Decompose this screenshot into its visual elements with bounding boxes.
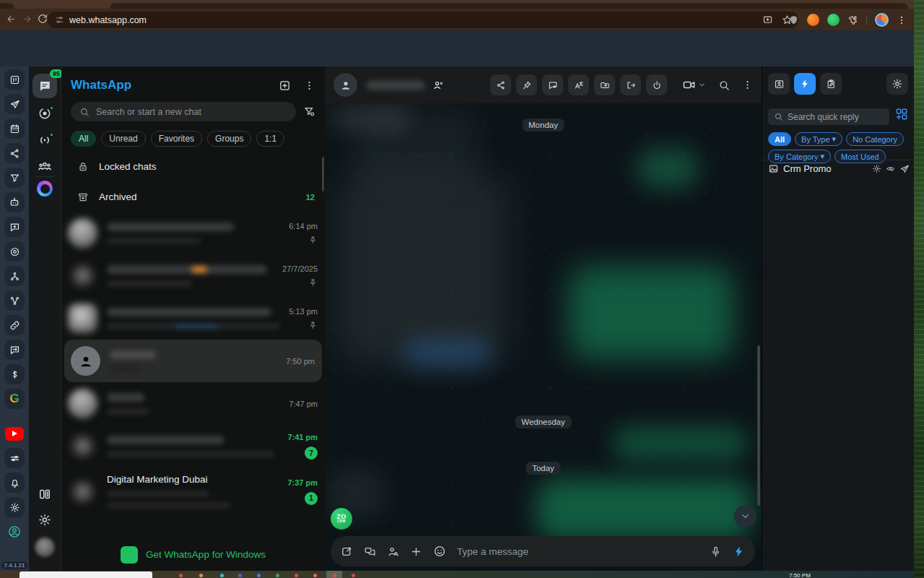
url-bar[interactable]: web.whatsapp.com [48,12,798,28]
mic-icon[interactable] [710,545,722,558]
youtube-icon[interactable] [4,423,25,444]
conversation-search-icon[interactable] [718,79,730,91]
profile-icon[interactable] [4,522,25,542]
panels-button[interactable] [38,487,52,501]
quick-reply-item[interactable]: Crm Promo [768,163,910,174]
tab-contacts[interactable] [768,73,790,95]
extension-orange-icon[interactable] [807,14,819,26]
meta-ai-tab[interactable] [37,181,53,197]
chat-row-selected[interactable]: 7:50 pm [64,340,322,382]
new-chat-icon[interactable] [279,79,291,92]
share-nodes-icon[interactable] [4,143,25,163]
chat-row[interactable]: 5:13 pm [61,297,325,340]
quick-reply-search-input[interactable]: Search quick reply [768,108,889,125]
leave-button[interactable] [620,74,641,95]
send-item-icon[interactable] [899,164,910,174]
emoji-icon[interactable] [433,545,446,558]
install-icon[interactable] [762,14,773,25]
attach-plus-icon[interactable] [410,545,422,558]
taskbar-app-icon[interactable] [333,574,336,577]
url-text[interactable]: web.whatsapp.com [69,15,147,25]
compose-template-icon[interactable] [341,545,353,558]
contact-key-icon[interactable] [387,545,399,558]
google-icon[interactable]: G [4,389,25,409]
status-tab[interactable] [38,106,52,121]
gear-plus-icon[interactable] [4,497,25,517]
settings-button[interactable] [38,513,52,527]
browser-tab-partial[interactable] [0,3,14,9]
messages-scrollbar[interactable] [757,345,760,506]
messages-area[interactable]: Monday Wednesday Today ZO CRM [325,103,762,571]
taskbar-app-icon[interactable] [352,574,355,577]
crm-share-button[interactable] [490,74,511,95]
quick-replies-icon[interactable] [364,545,376,558]
bell-icon[interactable] [4,473,25,493]
chat-list-menu-icon[interactable] [304,80,315,91]
chat-row[interactable]: 27/7/2025 [61,254,325,297]
filter-gear-icon[interactable] [303,105,315,118]
folder-export-button[interactable] [594,74,615,95]
taskbar-search-box[interactable] [19,571,152,578]
filter-1-1[interactable]: 1:1 [256,131,284,147]
conversation-menu-icon[interactable] [742,79,753,90]
filter-unread[interactable]: Unread [101,131,145,147]
chat-support-icon[interactable] [4,340,25,360]
chat-row[interactable]: 7:47 pm [61,382,325,425]
hierarchy-icon[interactable] [4,266,25,286]
communities-tab[interactable] [38,159,53,174]
quick-send-bolt-icon[interactable] [733,545,745,558]
taskbar-app-icon[interactable] [238,574,242,577]
filter-all[interactable]: All [71,131,96,147]
taskbar-app-icon[interactable] [313,574,317,577]
channels-tab[interactable] [38,133,52,147]
tab-notes[interactable] [820,73,842,95]
profile-avatar[interactable] [35,538,55,557]
back-icon[interactable] [6,14,17,25]
calendar-icon[interactable] [4,118,25,139]
message-plus-icon[interactable] [4,217,25,237]
taskbar-app-icon[interactable] [295,574,298,577]
dollar-icon[interactable] [4,364,25,384]
qr-filter-all[interactable]: All [768,132,791,146]
translate-button[interactable] [568,74,589,95]
taskbar-app-icon[interactable] [179,574,183,577]
merge-icon[interactable] [4,290,25,311]
locked-chats-row[interactable]: Locked chats [61,156,325,177]
chat-search-input[interactable]: Search or start a new chat [71,102,296,121]
robot-icon[interactable] [4,192,25,212]
taskbar-app-icon[interactable] [199,574,203,577]
tab-strip[interactable] [0,0,914,9]
site-settings-icon[interactable] [55,15,64,25]
qr-filter-most-used[interactable]: Most Used [834,150,886,163]
taskbar-app-icon[interactable] [276,574,279,577]
quick-reply-settings-button[interactable] [886,73,908,95]
chat-row[interactable]: 7:41 pm 7 [61,425,325,467]
chat-row[interactable]: 6:14 pm [61,212,325,254]
conversation-header[interactable] [325,66,762,103]
extension-green-icon[interactable] [827,14,840,26]
link-icon[interactable] [4,315,25,335]
person-add-icon[interactable] [432,79,444,91]
taskbar-app-icon[interactable] [220,574,224,577]
filter-groups[interactable]: Groups [207,131,251,147]
forward-icon[interactable] [22,14,33,25]
windows-taskbar[interactable]: 7:50 PM [0,571,914,578]
send-icon[interactable] [4,94,25,114]
get-whatsapp-banner[interactable]: Get WhatsApp for Windows [61,538,325,571]
qr-filter-no-category[interactable]: No Category [846,132,904,146]
add-grid-icon[interactable] [894,107,909,121]
chats-tab[interactable]: 95 [32,74,57,98]
archived-row[interactable]: Archived 12 [61,186,325,207]
chat-row[interactable]: Digital Marketing Dubai 7:37 pm 1 [61,467,325,515]
crm-floating-button[interactable]: ZO CRM [331,508,352,530]
contact-avatar[interactable] [334,73,357,97]
chrome-menu-icon[interactable] [897,15,907,25]
shield-icon[interactable] [788,14,799,25]
video-call-button[interactable] [682,78,706,92]
browser-tab-active[interactable] [110,3,908,9]
message-input-bar[interactable]: Type a message [331,536,755,566]
crm-message-settings-button[interactable] [542,74,563,95]
qr-filter-by-category[interactable]: By Category▾ [768,150,831,163]
taskbar-app-icon[interactable] [257,574,261,577]
profile-avatar-chrome[interactable] [875,13,889,27]
